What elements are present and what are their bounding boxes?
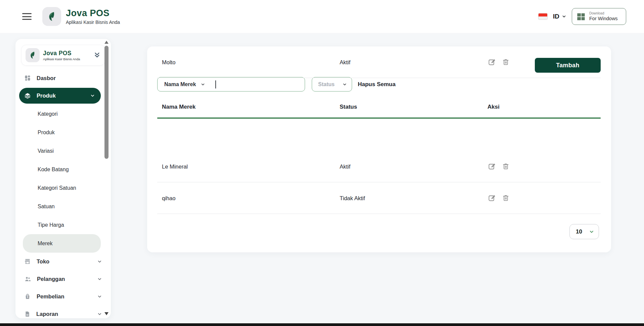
dashboard-icon (24, 75, 31, 81)
column-header-aksi: Aksi (487, 104, 500, 110)
sidebar-item-label: Laporan (36, 311, 58, 317)
sidebar-item-laporan[interactable]: Laporan (15, 305, 111, 318)
produk-submenu: Kategori Produk Variasi Kode Batang Kate… (15, 105, 111, 253)
chevron-down-icon (97, 294, 102, 299)
delete-icon[interactable] (502, 58, 510, 66)
status-placeholder: Status (318, 81, 335, 87)
sidebar-collapse-icon[interactable] (93, 51, 101, 59)
sidebar-brand-name: Jova POS (43, 50, 80, 57)
indonesia-flag-icon (538, 13, 548, 20)
sidebar-subitem-kategori-satuan[interactable]: Kategori Satuan (15, 179, 111, 197)
sidebar-scrollbar[interactable] (104, 39, 109, 318)
filter-field-selector[interactable]: Nama Merek (164, 81, 196, 87)
sidebar-item-pelanggan[interactable]: Pelanggan (15, 270, 111, 288)
chevron-down-icon (90, 93, 95, 98)
chevron-down-icon (97, 277, 102, 282)
sidebar-item-pembelian[interactable]: $ Pembelian (15, 288, 111, 305)
sidebar-item-toko[interactable]: Toko (15, 253, 111, 270)
sidebar-item-label: Pembelian (37, 293, 65, 300)
svg-text:$: $ (27, 296, 28, 298)
brand-name-cell: Molto (162, 59, 175, 65)
brand-name-cell: qihao (162, 195, 175, 201)
sidebar-brand-tagline: Aplikasi Kasir Bisnis Anda (43, 57, 80, 61)
sidebar-subitem-variasi[interactable]: Variasi (15, 142, 111, 160)
language-selector[interactable]: ID (553, 13, 566, 20)
brand-status-cell: Aktif (340, 59, 350, 65)
sidebar-subitem-kategori[interactable]: Kategori (15, 105, 111, 123)
hapus-semua-button[interactable]: Hapus Semua (358, 77, 395, 92)
product-box-icon (24, 93, 31, 99)
column-header-status: Status (340, 104, 357, 110)
search-filter-group: Nama Merek (157, 77, 305, 92)
sidebar-item-label: Pelanggan (37, 276, 65, 282)
edit-icon[interactable] (488, 162, 496, 171)
subitem-label: Satuan (38, 204, 55, 210)
sidebar-item-label: Dasbor (37, 75, 56, 81)
page-size-select[interactable]: 10 (569, 224, 599, 239)
app-logo: Jova POS Aplikasi Kasir Bisnis Anda (42, 7, 120, 26)
download-platform-label: For Windows (589, 15, 618, 22)
bottom-edge-bar (0, 323, 644, 326)
sidebar-subitem-kode-batang[interactable]: Kode Batang (15, 160, 111, 179)
scrollbar-thumb[interactable] (104, 46, 109, 159)
page-size-value: 10 (576, 228, 582, 235)
top-header: Jova POS Aplikasi Kasir Bisnis Anda ID D… (0, 0, 644, 33)
store-icon (24, 258, 31, 265)
download-label: Download (589, 11, 618, 16)
download-for-windows-button[interactable]: Download For Windows (572, 8, 626, 25)
sidebar-subitem-produk[interactable]: Produk (15, 123, 111, 142)
sidebar: Jova POS Aplikasi Kasir Bisnis Anda Dasb… (15, 39, 111, 318)
hamburger-menu-icon[interactable] (22, 13, 32, 20)
search-input[interactable] (216, 77, 305, 91)
sidebar-item-label: Toko (37, 258, 49, 265)
brand-status-cell: Aktif (340, 163, 350, 170)
edit-icon[interactable] (488, 58, 496, 66)
sidebar-subitem-satuan[interactable]: Satuan (15, 197, 111, 216)
table-row: qihao Tidak Aktif (157, 182, 601, 214)
delete-icon[interactable] (502, 162, 510, 171)
scroll-down-arrow-icon[interactable] (104, 312, 109, 315)
sidebar-subitem-tipe-harga[interactable]: Tipe Harga (15, 216, 111, 234)
brand-name-cell: Le Mineral (162, 163, 188, 170)
table-row: Molto Aktif (157, 46, 601, 78)
chevron-down-icon (97, 259, 102, 264)
delete-icon[interactable] (502, 194, 510, 202)
chevron-down-icon (562, 14, 566, 19)
chevron-down-icon (342, 82, 347, 87)
report-document-icon (24, 311, 31, 317)
sidebar-item-produk[interactable]: Produk (19, 88, 101, 104)
brand-tagline: Aplikasi Kasir Bisnis Anda (66, 20, 120, 25)
table-header-rule (157, 117, 601, 119)
leaf-logo-icon (42, 7, 61, 26)
brand-name: Jova POS (66, 8, 120, 19)
subitem-label: Kategori Satuan (38, 185, 76, 191)
purchase-bag-icon: $ (24, 293, 31, 300)
sidebar-item-label: Produk (37, 93, 56, 99)
scroll-up-arrow-icon[interactable] (104, 41, 109, 44)
leaf-logo-icon (26, 48, 40, 62)
subitem-label: Merek (38, 241, 52, 247)
subitem-label: Kode Batang (38, 167, 69, 173)
chevron-down-icon (589, 229, 594, 234)
sidebar-subitem-merek[interactable]: Merek (23, 234, 101, 253)
brand-status-cell: Tidak Aktif (340, 195, 365, 201)
table-row: Le Mineral Aktif (157, 151, 601, 182)
subitem-label: Variasi (38, 148, 54, 154)
windows-logo-icon (576, 12, 586, 21)
chevron-down-icon (97, 312, 102, 317)
status-filter-select[interactable]: Status (312, 77, 352, 92)
sidebar-logo-card: Jova POS Aplikasi Kasir Bisnis Anda (22, 45, 105, 65)
table-header: Nama Merek Status Aksi (147, 104, 611, 114)
edit-icon[interactable] (488, 194, 496, 202)
subitem-label: Produk (38, 130, 55, 136)
customers-icon (24, 276, 31, 283)
subitem-label: Kategori (38, 111, 58, 117)
sidebar-item-dasbor[interactable]: Dasbor (15, 69, 111, 87)
subitem-label: Tipe Harga (38, 222, 64, 228)
language-code: ID (553, 13, 559, 20)
chevron-down-icon[interactable] (201, 82, 205, 87)
merek-content-card: Tambah Nama Merek Status Hapus Semua Nam… (147, 46, 611, 252)
column-header-nama-merek: Nama Merek (162, 104, 196, 110)
